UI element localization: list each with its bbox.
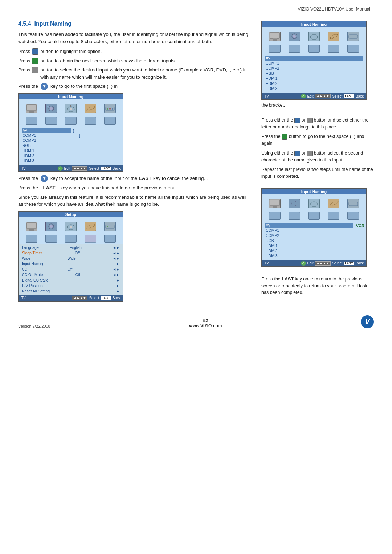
nav-arrows-icon: ◄►▲▼: [72, 166, 88, 171]
svg-point-11: [112, 108, 113, 110]
setup-row-language: Language English ◄►: [20, 245, 121, 250]
svg-point-20: [107, 226, 108, 227]
ok2-icon: [282, 134, 287, 140]
bracket-text: the bracket.: [261, 102, 374, 109]
svg-point-29: [310, 202, 318, 207]
press1-line: Press button to highlight this option.: [18, 48, 250, 55]
tv2-back-label: Back: [356, 94, 364, 98]
up2-icon: [294, 151, 300, 156]
tv2-icons-top: [262, 27, 366, 44]
tv-screen3-statusbar: TV ✓ Edit ◄►▲▼ Select LAST Back: [262, 260, 366, 266]
edit-label: Edit: [64, 167, 70, 171]
tv-icon-satellite: [63, 102, 78, 115]
setup-statusbar: TV ◄►▲▼ Select LAST Back: [19, 295, 123, 301]
v-key-icon: ▼: [41, 83, 48, 90]
press-either-para: Press either the or button and select ei…: [261, 117, 374, 131]
press-key-line: Press the ▼ key to go to the first space…: [18, 83, 250, 90]
vizio-logo: V: [361, 315, 374, 328]
setup-row-hvposition: H/V Position ►: [20, 283, 121, 288]
page-number: 52: [189, 318, 222, 323]
tv-icon-modem: [102, 102, 118, 115]
menu-icon: [32, 48, 38, 55]
v-key2-icon: ▼: [41, 175, 48, 182]
select-label: Select: [89, 167, 99, 171]
svg-point-25: [310, 34, 318, 40]
svg-rect-2: [29, 112, 34, 112]
tv-screen2-body: AV COMP1 COMP2 RGB HDMI1 HDMI2 HDMI3: [262, 54, 366, 93]
tv-screen2-title: Input Naming: [262, 21, 366, 27]
intro-paragraph: This feature has been added to facilitat…: [18, 31, 250, 45]
svg-rect-13: [30, 229, 33, 230]
setup-row-wide: Wide Wide ◄►: [20, 256, 121, 261]
since-para: Since you are already in this feature; i…: [18, 194, 250, 208]
using-either-para: Using either the or button select the se…: [261, 150, 374, 164]
ok-icon: [32, 58, 38, 64]
tv-screen-3-container: Input Naming: [261, 188, 374, 269]
tv3-last-btn: LAST: [344, 262, 354, 265]
tv-screen1-body: AV COMP1 COMP2 RGB HDMI1 HDMI2 HDMI3 [ _…: [19, 126, 123, 165]
setup-last-btn: LAST: [101, 296, 111, 300]
tv2-last-btn: LAST: [344, 94, 354, 98]
tv2-nav-icon: ◄►▲▼: [315, 94, 331, 98]
tv-icon-camera: [44, 102, 59, 115]
footer-center: 52 www.VIZIO.com: [189, 318, 222, 328]
left-column: 4.5.4 Input Naming This feature has been…: [18, 21, 258, 305]
svg-rect-12: [27, 223, 36, 229]
setup-icons-bottom: [19, 234, 123, 244]
svg-rect-21: [270, 33, 279, 38]
last-btn: LAST: [101, 167, 111, 170]
tv-menu-hdmi2: HDMI2: [22, 153, 71, 158]
tv-menu-list-3: AV COMP1 COMP2 RGB HDMI1 HDMI2 HDMI3: [264, 222, 355, 259]
tv-label: TV: [21, 167, 26, 171]
setup-row-reset: Reset All Setting ►: [20, 288, 121, 294]
back-label: Back: [113, 167, 121, 171]
tv3-icons-top: [262, 194, 366, 211]
tv3-edit-label: Edit: [307, 261, 314, 265]
tv-menu-comp1: COMP1: [22, 133, 71, 138]
svg-rect-22: [273, 38, 277, 40]
setup-row-cconmute: CC On Mute Off ◄►: [20, 272, 121, 278]
tv-screen-3: Input Naming: [261, 188, 367, 267]
tv3-tv-label: TV: [264, 261, 269, 265]
setup-row-digitalcc: Digital CC Style ►: [20, 278, 121, 283]
tv3-icons-bottom: [262, 211, 366, 221]
tv-icon-monitor: [24, 102, 39, 115]
tv3-select-label: Select: [332, 261, 342, 265]
tv-screen1-statusbar: TV ✓ Edit ◄►▲▼ Select LAST Back: [19, 165, 123, 171]
tv-screen-2: Input Naming: [261, 21, 367, 100]
select-icon: [32, 67, 38, 73]
vcr-label: VCR: [355, 222, 364, 259]
svg-rect-26: [349, 35, 358, 38]
setup-body: Language English ◄► Sleep Timer Off ◄► W…: [19, 244, 123, 295]
svg-rect-1: [30, 111, 33, 112]
main-content: 4.5.4 Input Naming This feature has been…: [0, 17, 392, 308]
setup-row-cc: CC Off ◄►: [20, 267, 121, 272]
tv-screen-2-container: Input Naming: [261, 21, 374, 110]
up-icon: [294, 118, 300, 123]
svg-rect-30: [349, 202, 358, 206]
tv3-back-label: Back: [356, 261, 364, 265]
tv-screen3-title: Input Naming: [262, 189, 366, 194]
tv-menu-hdmi3: HDMI3: [22, 158, 71, 163]
setup-row-inputnaming: Input Naming ►: [20, 261, 121, 267]
svg-point-9: [107, 108, 108, 110]
tv-screen1-title: Input Naming: [19, 94, 123, 99]
setup-title: Setup: [19, 212, 123, 217]
tv-menu-list-1: AV COMP1 COMP2 RGB HDMI1 HDMI2 HDMI3: [20, 127, 72, 164]
press-next-space-para: Press the button to go to the next space…: [261, 133, 374, 147]
svg-point-28: [292, 201, 297, 206]
svg-point-24: [293, 35, 296, 38]
tv-menu-hdmi1: HDMI1: [22, 148, 71, 153]
page-header: VIZIO VO22L HDTV10A User Manual: [0, 0, 392, 13]
tv2-tv-label: TV: [264, 94, 269, 98]
svg-rect-14: [29, 230, 34, 230]
setup-nav-icon: ◄►▲▼: [72, 296, 88, 300]
tv-menu-list-2: AV COMP1 COMP2 RGB HDMI1 HDMI2 HDMI3: [264, 55, 364, 92]
tv-name-input-field: [ _ _ _ _ _ _ _ _ ]: [72, 127, 121, 164]
tv-menu-comp2: COMP2: [22, 138, 71, 143]
press-last-go-line: Press the LAST key when you have finishe…: [18, 184, 250, 192]
tv2-edit-label: Edit: [307, 94, 314, 98]
setup-screen-container: Setup: [18, 211, 250, 302]
press2-line: Press button to obtain the next screen w…: [18, 57, 250, 65]
tv3-ok-icon: ✓: [301, 261, 306, 266]
